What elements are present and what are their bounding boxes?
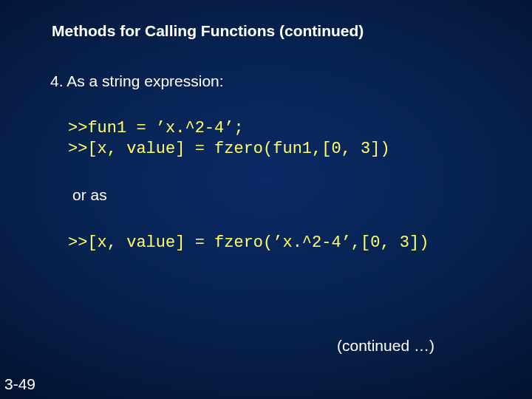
continued-label: (continued …) (337, 337, 434, 355)
code-line: >>[x, value] = fzero(fun1,[0, 3]) (68, 140, 390, 158)
code-line: >>fun1 = ’x.^2-4’; (68, 119, 244, 137)
list-item-4: 4. As a string expression: (50, 72, 224, 90)
page-number: 3-49 (4, 375, 35, 393)
code-block-1: >>fun1 = ’x.^2-4’; >>[x, value] = fzero(… (68, 118, 390, 159)
slide-title: Methods for Calling Functions (continued… (52, 22, 364, 40)
code-block-2: >>[x, value] = fzero(’x.^2-4’,[0, 3]) (68, 233, 429, 252)
slide: Methods for Calling Functions (continued… (0, 0, 532, 399)
or-as-label: or as (72, 186, 107, 204)
